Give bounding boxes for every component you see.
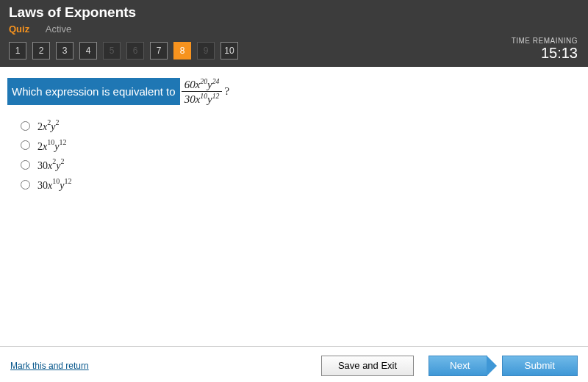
num-coef: 60 xyxy=(184,79,196,90)
question-nav-8[interactable]: 8 xyxy=(173,42,191,60)
next-button[interactable]: Next xyxy=(429,356,487,376)
question-nav-9[interactable]: 9 xyxy=(197,42,215,60)
fraction-numerator: 60x20y24 xyxy=(182,77,223,91)
option-3-expr: 30x2y2 xyxy=(37,158,64,172)
option-2-expr: 2x10y12 xyxy=(37,139,66,153)
question-nav-3[interactable]: 3 xyxy=(56,42,74,60)
option-1-expr: 2x2y2 xyxy=(37,119,59,133)
question-nav: 12345678910 xyxy=(9,42,579,60)
num-x-exp: 20 xyxy=(200,77,207,85)
stem-text: Which expression is equivalent to xyxy=(7,78,180,105)
option-3-radio[interactable] xyxy=(21,160,30,170)
timer-label: TIME REMAINING xyxy=(512,37,578,45)
fraction-denominator: 30x10y12 xyxy=(182,92,223,106)
stem-qmark: ? xyxy=(224,85,229,98)
question-nav-2[interactable]: 2 xyxy=(32,42,50,60)
question-nav-7[interactable]: 7 xyxy=(150,42,168,60)
question-nav-5[interactable]: 5 xyxy=(103,42,121,60)
question-stem: Which expression is equivalent to 60x20y… xyxy=(7,77,581,106)
tab-row: Quiz Active xyxy=(9,24,579,35)
den-y-exp: 12 xyxy=(212,92,220,100)
option-1[interactable]: 2x2y2 xyxy=(21,119,581,133)
question-nav-10[interactable]: 10 xyxy=(220,42,238,60)
question-nav-1[interactable]: 1 xyxy=(9,42,26,60)
tab-active[interactable]: Active xyxy=(46,24,71,35)
answer-options: 2x2y22x10y1230x2y230x10y12 xyxy=(7,119,581,192)
page-title: Laws of Exponents xyxy=(9,4,579,21)
option-4-expr: 30x10y12 xyxy=(37,178,71,192)
submit-button[interactable]: Submit xyxy=(502,356,578,376)
den-coef: 30 xyxy=(184,93,196,105)
tab-quiz[interactable]: Quiz xyxy=(9,24,29,35)
save-exit-button[interactable]: Save and Exit xyxy=(321,356,414,376)
quiz-header: Laws of Exponents Quiz Active 1234567891… xyxy=(0,0,588,67)
option-2[interactable]: 2x10y12 xyxy=(21,139,581,153)
option-2-radio[interactable] xyxy=(21,140,30,150)
footer-bar: Mark this and return Save and Exit Next … xyxy=(0,346,588,382)
stem-fraction: 60x20y24 30x10y12 xyxy=(182,77,223,106)
option-4[interactable]: 30x10y12 xyxy=(21,178,581,192)
option-1-radio[interactable] xyxy=(21,121,30,131)
timer-value: 15:13 xyxy=(512,45,578,62)
question-nav-4[interactable]: 4 xyxy=(79,42,97,60)
den-x-exp: 10 xyxy=(200,92,207,100)
mark-return-link[interactable]: Mark this and return xyxy=(10,361,89,371)
num-y-exp: 24 xyxy=(212,77,220,85)
option-4-radio[interactable] xyxy=(21,180,30,190)
option-3[interactable]: 30x2y2 xyxy=(21,158,581,172)
question-nav-6[interactable]: 6 xyxy=(126,42,144,60)
question-content: Which expression is equivalent to 60x20y… xyxy=(0,67,588,346)
timer: TIME REMAINING 15:13 xyxy=(512,37,578,62)
